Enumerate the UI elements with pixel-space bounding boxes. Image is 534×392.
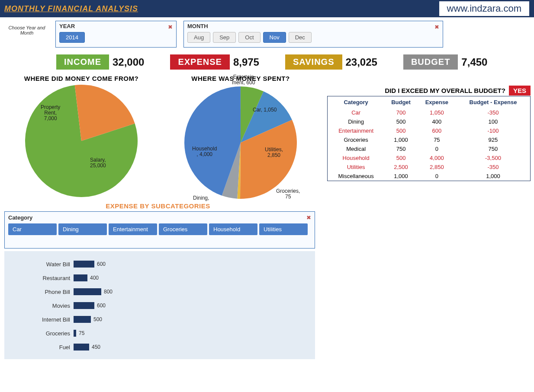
budget-column: DID I EXCEED MY OVERALL BUDGET? YES Cate… [327, 75, 531, 181]
choose-label: Choose Year and Month [5, 21, 48, 35]
bar [74, 344, 89, 351]
table-row: Car7001,050-350 [328, 108, 531, 117]
bar-row: Restaurant400 [9, 272, 311, 284]
bar-label: Restaurant [9, 275, 74, 281]
category-pill-groceries[interactable]: Groceries [159, 223, 207, 235]
bar-label: Internet Bill [9, 316, 74, 323]
expense-pie: Entertainment, 600 Car, 1,050 Utilities,… [184, 86, 297, 199]
kpi-budget-value: 7,450 [461, 56, 487, 68]
bar-label: Fuel [9, 344, 74, 351]
pie-label: Entertainment, 600 [232, 74, 255, 86]
year-slicer[interactable]: YEAR ✖ 2014 [55, 21, 177, 48]
bar-row: Fuel450 [9, 341, 311, 353]
year-slicer-title: YEAR [59, 23, 173, 29]
table-row: Utilities2,5002,850-350 [328, 163, 531, 172]
kpi-expense: EXPENSE 8,975 [170, 54, 259, 70]
bar-row: Phone Bill800 [9, 286, 311, 298]
month-slicer[interactable]: MONTH ✖ AugSepOctNovDec [183, 21, 443, 48]
bar-row: Water Bill600 [9, 258, 311, 270]
page-title: MONTHLY FINANCIAL ANALYSIS [4, 4, 138, 13]
pie-label: Salary,25,000 [90, 157, 106, 169]
bar-value: 75 [79, 330, 84, 336]
filter-row: Choose Year and Month YEAR ✖ 2014 MONTH … [0, 17, 534, 51]
exceed-question: DID I EXCEED MY OVERALL BUDGET? [385, 87, 505, 94]
year-pill[interactable]: 2014 [59, 32, 85, 43]
pie-label: Utilities,2,850 [265, 147, 283, 158]
bar [74, 330, 76, 337]
pie-label: Household, 4,000 [192, 146, 217, 157]
header-bar: MONTHLY FINANCIAL ANALYSIS www.indzara.c… [0, 0, 534, 17]
month-pill-nov[interactable]: Nov [263, 32, 286, 43]
bar-value: 800 [104, 289, 113, 295]
kpi-income-label: INCOME [56, 54, 109, 70]
pie-label: Car, 1,050 [253, 107, 277, 113]
table-header: Budget - Expense [456, 96, 531, 108]
clear-filter-icon[interactable]: ✖ [434, 24, 439, 30]
kpi-savings: SAVINGS 23,025 [285, 54, 377, 70]
kpi-expense-value: 8,975 [233, 56, 259, 68]
income-chart-title: WHERE DID MONEY COME FROM? [3, 75, 159, 82]
bar-label: Movies [9, 303, 74, 309]
budget-table: CategoryBudgetExpenseBudget - Expense Ca… [327, 96, 531, 181]
category-pill-car[interactable]: Car [8, 223, 57, 235]
table-row: Groceries1,00075925 [328, 135, 531, 144]
table-row: Medical7500750 [328, 144, 531, 153]
bar [74, 288, 101, 295]
charts-row: WHERE DID MONEY COME FROM? PropertyRent,… [0, 73, 534, 201]
kpi-income-value: 32,000 [113, 56, 144, 68]
month-pill-oct[interactable]: Oct [238, 32, 260, 43]
bar-value: 600 [97, 261, 106, 267]
bar-row: Groceries75 [9, 327, 311, 339]
kpi-expense-label: EXPENSE [170, 54, 229, 70]
clear-filter-icon[interactable]: ✖ [306, 214, 311, 221]
kpi-budget: BUDGET 7,450 [403, 54, 488, 70]
table-row: Dining500400100 [328, 117, 531, 126]
table-header: Category [328, 96, 385, 108]
income-pie-container: WHERE DID MONEY COME FROM? PropertyRent,… [3, 75, 159, 197]
category-pill-entertainment[interactable]: Entertainment [109, 223, 157, 235]
pie-label: PropertyRent,7,000 [41, 105, 60, 122]
exceed-row: DID I EXCEED MY OVERALL BUDGET? YES [327, 87, 531, 94]
pie-label: Dining, [193, 195, 209, 201]
bar-value: 400 [90, 275, 99, 281]
subcategory-bar-chart: Water Bill600Restaurant400Phone Bill800M… [4, 251, 315, 359]
category-pill-household[interactable]: Household [209, 223, 257, 235]
kpi-income: INCOME 32,000 [56, 54, 144, 70]
category-slicer-title: Category [8, 214, 311, 221]
exceed-answer: YES [509, 86, 531, 96]
clear-filter-icon[interactable]: ✖ [168, 24, 173, 30]
month-pill-aug[interactable]: Aug [187, 32, 210, 43]
bar-row: Movies600 [9, 300, 311, 312]
site-link[interactable]: www.indzara.com [439, 1, 530, 16]
month-pill-dec[interactable]: Dec [289, 32, 312, 43]
table-header: Budget [384, 96, 418, 108]
bar-label: Phone Bill [9, 289, 74, 295]
bar-value: 500 [93, 316, 102, 322]
income-pie: PropertyRent,7,000 Salary,25,000 [25, 85, 138, 197]
bar-label: Groceries [9, 330, 74, 337]
bar-value: 600 [97, 303, 106, 309]
bar [74, 316, 91, 323]
bar-label: Water Bill [9, 261, 74, 268]
bar-row: Internet Bill500 [9, 313, 311, 325]
pie-label: Groceries,75 [276, 188, 300, 200]
category-pill-utilities[interactable]: Utilities [259, 223, 308, 235]
kpi-budget-label: BUDGET [403, 54, 458, 70]
kpi-savings-value: 23,025 [346, 56, 377, 68]
category-slicer[interactable]: Category ✖ CarDiningEntertainmentGroceri… [4, 211, 315, 249]
table-row: Miscellaneous1,00001,000 [328, 172, 531, 181]
bar [74, 302, 94, 309]
table-header: Expense [418, 96, 456, 108]
bar [74, 261, 94, 268]
month-slicer-title: MONTH [187, 23, 439, 29]
month-pill-sep[interactable]: Sep [213, 32, 236, 43]
table-row: Entertainment500600-100 [328, 126, 531, 135]
bar-value: 450 [92, 344, 100, 350]
category-pill-dining[interactable]: Dining [58, 223, 107, 235]
subcategory-title: EXPENSE BY SUBCATEGORIES [0, 202, 312, 210]
bar [74, 274, 87, 281]
kpi-row: INCOME 32,000 EXPENSE 8,975 SAVINGS 23,0… [0, 51, 534, 73]
expense-pie-container: WHERE WAS MONEY SPENT? Entertainment, 60… [163, 75, 318, 199]
table-row: Household5004,000-3,500 [328, 153, 531, 163]
kpi-savings-label: SAVINGS [285, 54, 342, 70]
